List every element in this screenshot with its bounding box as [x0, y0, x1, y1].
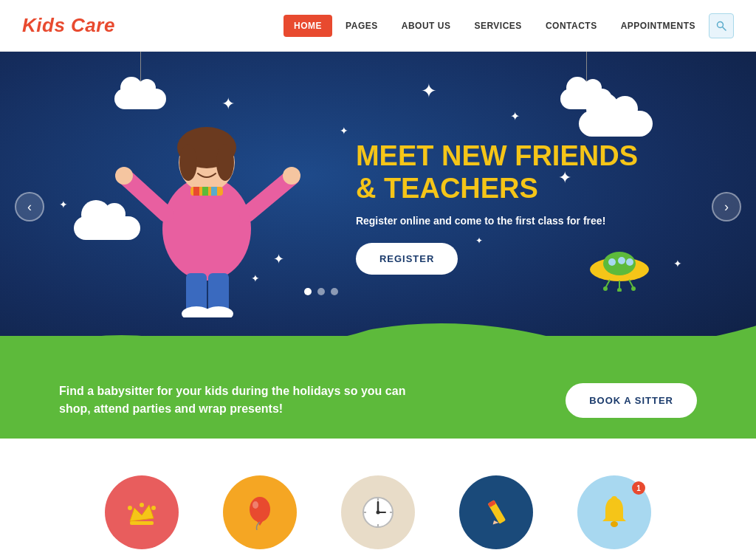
- hero-next-arrow[interactable]: ›: [712, 192, 741, 221]
- hero-title: MEET NEW FRIENDS & TEACHERS: [356, 140, 638, 204]
- svg-point-39: [252, 501, 258, 509]
- notification-badge: 1: [632, 481, 645, 495]
- svg-point-31: [631, 286, 636, 291]
- star-decoration: ✦: [421, 81, 437, 100]
- icon-balloon[interactable]: [223, 475, 297, 549]
- header: Kids Care HOME PAGES ABOUT US SERVICES C…: [0, 0, 756, 52]
- svg-rect-33: [130, 521, 154, 525]
- svg-point-51: [611, 521, 618, 527]
- hero-content: MEET NEW FRIENDS & TEACHERS Register onl…: [356, 140, 638, 275]
- dot-3[interactable]: [331, 288, 338, 295]
- svg-point-36: [151, 506, 156, 510]
- icon-crown[interactable]: [105, 475, 179, 549]
- star-decoration: ✦: [673, 258, 682, 269]
- svg-rect-14: [211, 187, 217, 196]
- svg-line-1: [723, 27, 726, 30]
- svg-point-19: [195, 161, 201, 167]
- svg-point-9: [115, 167, 133, 185]
- nav-pages[interactable]: PAGES: [335, 15, 388, 37]
- svg-point-37: [250, 497, 270, 522]
- dot-1[interactable]: [304, 288, 312, 295]
- search-icon: [716, 21, 726, 31]
- cloud-right: [579, 111, 653, 137]
- svg-point-34: [128, 506, 132, 510]
- hero-dots: [304, 288, 338, 295]
- icon-clock[interactable]: [341, 475, 415, 549]
- nav-contacts[interactable]: CONTACTS: [535, 15, 608, 37]
- svg-rect-13: [202, 187, 208, 196]
- svg-point-43: [377, 511, 380, 515]
- icons-section: 1: [0, 439, 756, 550]
- hero-prev-arrow[interactable]: ‹: [15, 192, 44, 221]
- crown-icon: [124, 495, 159, 530]
- svg-rect-12: [193, 187, 199, 196]
- logo: Kids Care: [22, 14, 115, 37]
- star-decoration: ✦: [59, 199, 68, 210]
- nav-services[interactable]: SERVICES: [464, 15, 532, 37]
- svg-marker-32: [130, 505, 154, 521]
- star-decoration: ✦: [510, 111, 520, 123]
- main-nav: HOME PAGES ABOUT US SERVICES CONTACTS AP…: [284, 13, 734, 38]
- girl-illustration: [103, 81, 310, 317]
- nav-about[interactable]: ABOUT US: [391, 15, 461, 37]
- svg-point-30: [617, 288, 622, 292]
- hero-girl-image: [103, 81, 310, 317]
- svg-point-10: [283, 167, 300, 185]
- balloon-icon: [242, 495, 278, 530]
- svg-line-8: [247, 177, 292, 214]
- svg-point-35: [140, 503, 144, 507]
- green-section: Find a babysitter for your kids during t…: [0, 362, 756, 439]
- svg-line-7: [126, 177, 166, 214]
- svg-point-5: [179, 144, 197, 181]
- icon-pencil[interactable]: [459, 475, 533, 549]
- hero-subtitle: Register online and come to the first cl…: [356, 215, 638, 227]
- book-sitter-button[interactable]: BOOK A SITTER: [566, 383, 697, 418]
- star-decoration: ✦: [340, 126, 348, 136]
- clock-icon: [359, 493, 397, 532]
- icon-bell[interactable]: 1: [577, 475, 651, 549]
- nav-home[interactable]: HOME: [284, 15, 332, 37]
- search-button[interactable]: [709, 13, 734, 38]
- green-section-text: Find a babysitter for your kids during t…: [59, 382, 428, 418]
- register-button[interactable]: REGISTER: [356, 243, 458, 275]
- svg-point-29: [603, 286, 608, 291]
- svg-point-20: [213, 161, 219, 167]
- svg-point-6: [216, 144, 234, 181]
- bell-icon: [597, 493, 632, 532]
- dot-2[interactable]: [317, 288, 325, 295]
- nav-appointments[interactable]: APPOINTMENTS: [611, 15, 706, 37]
- svg-point-52: [611, 496, 617, 502]
- pencil-icon: [478, 495, 514, 530]
- hero-section: ✦ ✦ ✦ ✦ ✦ ✦ ✦ ✦ ✦ ✦ ‹ ›: [0, 52, 756, 362]
